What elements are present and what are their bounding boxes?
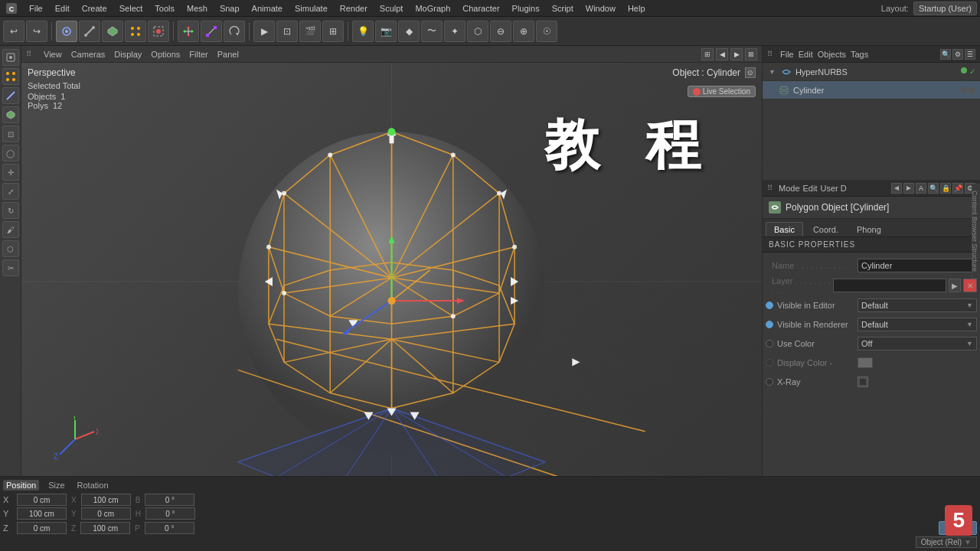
attr-display-color-swatch[interactable] <box>858 357 873 368</box>
layout-selector[interactable]: Startup (User) <box>913 2 977 15</box>
undo-btn[interactable]: ↩ <box>3 21 24 42</box>
attrs-search-icon[interactable]: 🔍 <box>928 183 939 194</box>
attr-tab-basic[interactable]: Basic <box>766 222 803 236</box>
move-tool-btn[interactable] <box>178 21 199 42</box>
coord-rot-b-input[interactable] <box>145 494 194 506</box>
viewport-menu-view[interactable]: View <box>44 50 62 59</box>
mode-object-btn[interactable] <box>56 21 77 42</box>
menu-select[interactable]: Select <box>113 0 149 16</box>
left-knife-icon[interactable]: ✂ <box>2 259 19 276</box>
geometry-btn[interactable]: ◆ <box>398 21 420 42</box>
viewport-ctrl-4[interactable]: ⊠ <box>745 48 757 60</box>
attrs-back-icon[interactable] <box>891 183 902 194</box>
objects-menu-edit[interactable]: Edit <box>799 50 813 59</box>
viewport-menu-cameras[interactable]: Cameras <box>71 50 106 59</box>
render-all-btn[interactable]: ⊞ <box>322 21 344 42</box>
render-active-btn[interactable]: 🎬 <box>299 21 321 42</box>
menu-help[interactable]: Help <box>622 0 652 16</box>
left-mode-icon-4[interactable] <box>2 106 19 123</box>
menu-window[interactable]: Window <box>580 0 622 16</box>
menu-create[interactable]: Create <box>76 0 113 16</box>
coord-tab-rotation[interactable]: Rotation <box>74 480 112 491</box>
viewport-menu-filter[interactable]: Filter <box>189 50 207 59</box>
attr-tab-phong[interactable]: Phong <box>848 222 890 236</box>
live-selection-btn[interactable]: Live Selection <box>688 86 756 97</box>
menu-mesh[interactable]: Mesh <box>181 0 214 16</box>
light-btn[interactable]: 💡 <box>352 21 374 42</box>
menu-plugins[interactable]: Plugins <box>506 0 546 16</box>
attrs-pin-icon[interactable]: 📌 <box>952 183 963 194</box>
viewport-ctrl-3[interactable]: ▶ <box>730 48 743 60</box>
attr-layer-input[interactable] <box>833 279 946 292</box>
objects-menu-tags[interactable]: Tags <box>851 50 868 59</box>
attr-xray-checkbox[interactable] <box>858 377 868 387</box>
attrs-menu-mode[interactable]: Mode <box>779 184 800 193</box>
viewport-menu-options[interactable]: Options <box>151 50 180 59</box>
menu-file[interactable]: File <box>23 0 49 16</box>
viewport-ctrl-1[interactable]: ⊞ <box>701 48 714 60</box>
scale-tool-btn[interactable] <box>201 21 222 42</box>
left-mode-icon-2[interactable] <box>2 68 19 85</box>
menu-character[interactable]: Character <box>456 0 505 16</box>
attr-use-color-radio[interactable] <box>766 340 773 347</box>
attrs-menu-edit[interactable]: Edit <box>803 184 818 193</box>
attrs-menu-user-d[interactable]: User D <box>821 184 847 193</box>
attr-visible-renderer-radio[interactable] <box>766 321 773 328</box>
menu-mograph[interactable]: MoGraph <box>409 0 456 16</box>
menu-script[interactable]: Script <box>546 0 580 16</box>
effector-btn[interactable]: ✦ <box>444 21 466 42</box>
mode-live-select-btn[interactable] <box>148 21 169 42</box>
objects-list-icon[interactable]: ☰ <box>965 49 975 60</box>
field-btn[interactable]: ⬡ <box>467 21 488 42</box>
viewport-menu-panel[interactable]: Panel <box>217 50 239 59</box>
menu-edit[interactable]: Edit <box>49 0 76 16</box>
connect-btn[interactable]: ⊕ <box>513 21 534 42</box>
mode-poly-btn[interactable] <box>102 21 123 42</box>
boole-btn[interactable]: ⊖ <box>490 21 511 42</box>
menu-tools[interactable]: Tools <box>149 0 181 16</box>
left-snap-icon[interactable]: ⊡ <box>2 126 19 142</box>
coord-y-input[interactable] <box>17 507 67 520</box>
viewport-object-icon[interactable]: ⊙ <box>745 67 756 78</box>
left-scale-icon[interactable]: ⤢ <box>2 183 19 200</box>
attr-layer-btn-expand[interactable]: ▶ <box>949 279 961 292</box>
mode-edge-btn[interactable] <box>79 21 100 42</box>
camera-btn[interactable]: 📷 <box>375 21 397 42</box>
left-rotate-icon[interactable]: ↻ <box>2 202 19 219</box>
coord-tab-position[interactable]: Position <box>3 480 39 491</box>
attr-visible-renderer-dropdown[interactable]: Default ▼ <box>858 318 977 331</box>
menu-snap[interactable]: Snap <box>214 0 246 16</box>
coord-size-z-input[interactable] <box>80 522 130 534</box>
attr-layer-btn-clear[interactable]: ✕ <box>963 279 977 292</box>
hypernurbs-expand-icon[interactable]: ▼ <box>769 68 776 76</box>
coord-rot-p-input[interactable] <box>145 522 194 534</box>
objects-search-icon[interactable]: 🔍 <box>940 49 951 60</box>
objects-menu-file[interactable]: File <box>780 50 794 59</box>
left-sculpt-icon[interactable]: ⬡ <box>2 240 19 257</box>
mode-point-btn[interactable] <box>125 21 146 42</box>
left-move-icon[interactable]: ✛ <box>2 164 19 181</box>
menu-sculpt[interactable]: Sculpt <box>374 0 410 16</box>
menu-animate[interactable]: Animate <box>246 0 289 16</box>
deformer-btn[interactable]: 〜 <box>421 21 443 42</box>
attrs-text-icon[interactable]: A <box>916 183 926 194</box>
left-paint-icon[interactable]: 🖌 <box>2 221 19 238</box>
left-mode-icon-1[interactable] <box>2 49 19 66</box>
coord-tab-size[interactable]: Size <box>45 480 67 491</box>
coord-x-input[interactable] <box>17 494 67 506</box>
attr-name-input[interactable] <box>858 259 977 272</box>
render-region-btn[interactable]: ⊡ <box>276 21 298 42</box>
attr-visible-editor-radio[interactable] <box>766 302 773 309</box>
redo-btn[interactable]: ↪ <box>26 21 47 42</box>
menu-render[interactable]: Render <box>334 0 374 16</box>
left-select-icon[interactable]: ◯ <box>2 145 19 161</box>
coord-mode-dropdown[interactable]: Object (Rel) ▼ <box>916 536 977 548</box>
coord-size-y-input[interactable] <box>81 507 131 520</box>
coord-rot-h-input[interactable] <box>145 507 195 520</box>
render-btn[interactable]: ▶ <box>253 21 275 42</box>
viewport-ctrl-2[interactable]: ◀ <box>716 48 728 60</box>
object-item-hypernurbs[interactable]: ▼ HyperNURBS ✓ <box>763 63 980 81</box>
coord-size-x-input[interactable] <box>81 494 131 506</box>
attrs-lock-icon[interactable]: 🔒 <box>940 183 951 194</box>
viewport-menu-display[interactable]: Display <box>114 50 142 59</box>
